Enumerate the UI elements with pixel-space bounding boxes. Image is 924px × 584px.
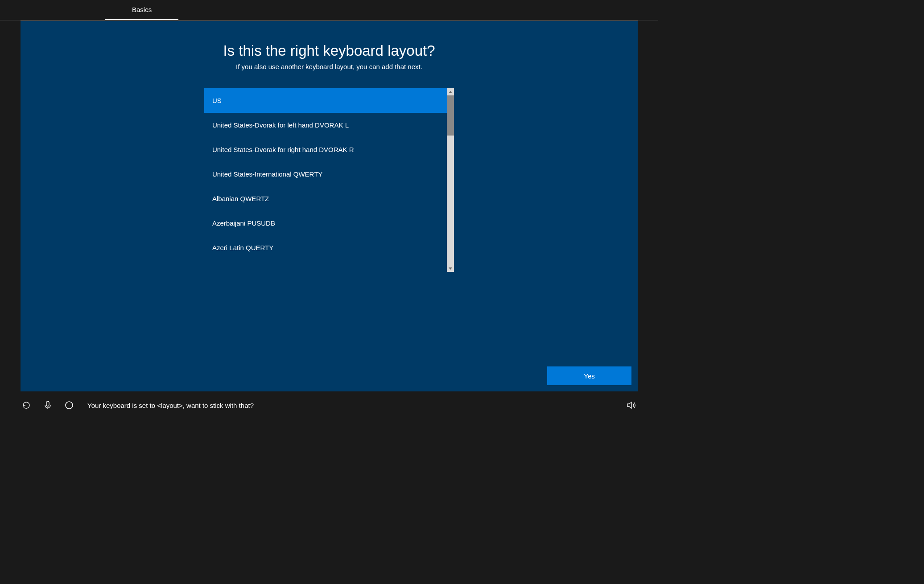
scroll-down-arrow-icon[interactable] bbox=[447, 265, 454, 272]
keyboard-layout-list[interactable]: USUnited States-Dvorak for left hand DVO… bbox=[204, 88, 447, 272]
page-subtitle: If you also use another keyboard layout,… bbox=[236, 63, 422, 70]
svg-point-2 bbox=[66, 402, 73, 409]
status-bar: Your keyboard is set to <layout>, want t… bbox=[0, 398, 658, 416]
cortana-circle-icon[interactable] bbox=[63, 399, 75, 411]
content-area: Is this the right keyboard layout? If yo… bbox=[21, 21, 638, 391]
list-item[interactable]: United States-International QWERTY bbox=[204, 162, 447, 186]
list-item[interactable]: US bbox=[204, 88, 447, 113]
yes-button[interactable]: Yes bbox=[547, 366, 631, 385]
list-item[interactable]: United States-Dvorak for left hand DVORA… bbox=[204, 113, 447, 137]
scroll-track[interactable] bbox=[447, 95, 454, 265]
keyboard-layout-list-wrap: USUnited States-Dvorak for left hand DVO… bbox=[204, 88, 454, 272]
scroll-up-arrow-icon[interactable] bbox=[447, 88, 454, 95]
tab-bar: Basics bbox=[0, 0, 658, 21]
list-item[interactable]: Azerbaijani PUSUDB bbox=[204, 211, 447, 235]
svg-rect-0 bbox=[46, 401, 49, 406]
list-item[interactable]: Azeri Latin QUERTY bbox=[204, 235, 447, 260]
list-item[interactable]: United States-Dvorak for right hand DVOR… bbox=[204, 137, 447, 162]
volume-icon[interactable] bbox=[626, 399, 638, 411]
list-item[interactable]: Albanian QWERTZ bbox=[204, 186, 447, 211]
scrollbar[interactable] bbox=[447, 88, 454, 272]
page-title: Is this the right keyboard layout? bbox=[223, 42, 435, 59]
tab-basics[interactable]: Basics bbox=[105, 0, 178, 20]
scroll-thumb[interactable] bbox=[447, 95, 454, 136]
microphone-icon[interactable] bbox=[42, 399, 54, 411]
status-text: Your keyboard is set to <layout>, want t… bbox=[85, 402, 626, 409]
refresh-icon[interactable] bbox=[21, 399, 32, 411]
